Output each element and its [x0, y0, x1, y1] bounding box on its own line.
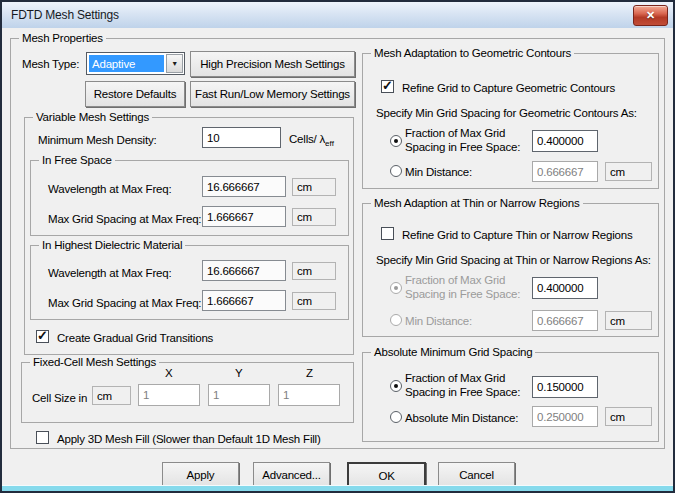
close-icon: ✕	[646, 9, 655, 22]
cancel-button-label: Cancel	[459, 469, 494, 481]
tr-fraction-label-line1: Fraction of Max Grid	[405, 273, 505, 287]
gc-min-distance-label: Min Distance:	[405, 165, 472, 179]
fs-max-grid-spacing-value: 1.666667	[202, 206, 286, 227]
mesh-type-selected-value: Adaptive	[89, 55, 164, 72]
fs-wavelength-label: Wavelength at Max Freq:	[48, 182, 171, 196]
dropdown-button[interactable]: ▼	[166, 54, 183, 73]
fdtd-mesh-settings-dialog: FDTD Mesh Settings ✕ Mesh Properties Mes…	[0, 0, 675, 493]
window-bottom-border	[2, 485, 673, 491]
am-abs-min-distance-label: Absolute Min Distance:	[405, 411, 518, 425]
tr-min-distance-unit: cm	[605, 311, 652, 330]
gc-fraction-radio[interactable]	[390, 135, 402, 147]
am-abs-min-distance-input: 0.250000	[532, 406, 598, 427]
refine-thin-regions-checkbox[interactable]	[381, 227, 394, 240]
di-max-grid-spacing-label: Max Grid Spacing at Max Freq:	[48, 296, 201, 310]
tr-fraction-input[interactable]: 0.400000	[532, 277, 598, 299]
di-wavelength-value: 16.666667	[202, 260, 286, 281]
fs-wavelength-value: 16.666667	[202, 176, 286, 197]
cancel-button[interactable]: Cancel	[438, 462, 515, 487]
checkmark-icon: ✓	[37, 328, 48, 343]
absolute-min-group-label: Absolute Minimum Grid Spacing	[371, 346, 535, 359]
am-fraction-radio[interactable]	[390, 380, 402, 392]
am-fraction-input[interactable]: 0.150000	[532, 376, 598, 398]
gc-fraction-input[interactable]: 0.400000	[532, 130, 598, 152]
cell-size-x-input: 1	[138, 384, 200, 406]
col-z-header: Z	[306, 366, 313, 380]
variable-mesh-settings-group-label: Variable Mesh Settings	[33, 111, 152, 124]
gc-min-distance-input: 0.666667	[532, 161, 598, 182]
gc-specify-label: Specify Min Grid Spacing for Geometric C…	[376, 106, 637, 120]
tr-fraction-label-line2: Spacing in Free Space:	[405, 287, 520, 301]
ok-button-label: OK	[378, 470, 394, 482]
title-bar[interactable]: FDTD Mesh Settings	[2, 2, 673, 28]
apply-3d-mesh-fill-label: Apply 3D Mesh Fill (Slower than Default …	[57, 432, 321, 446]
in-highest-dielectric-group-label: In Highest Dielectric Material	[39, 239, 185, 252]
create-gradual-grid-transitions-checkbox[interactable]: ✓	[36, 330, 49, 343]
mesh-properties-group-label: Mesh Properties	[19, 32, 106, 45]
minimum-mesh-density-input[interactable]: 10	[202, 127, 281, 148]
close-button[interactable]: ✕	[633, 5, 668, 26]
in-free-space-group-label: In Free Space	[39, 154, 115, 167]
col-y-header: Y	[235, 366, 242, 380]
high-precision-mesh-settings-button[interactable]: High Precision Mesh Settings	[190, 51, 355, 77]
gc-fraction-label-line1: Fraction of Max Grid	[405, 126, 505, 140]
cells-per-lambda-prefix: Cells/ λ	[289, 133, 325, 145]
cell-size-unit-field: cm	[92, 386, 131, 405]
fs-max-grid-spacing-unit: cm	[292, 208, 336, 226]
tr-min-distance-label: Min Distance:	[405, 314, 472, 328]
restore-defaults-button-label: Restore Defaults	[94, 88, 176, 100]
fast-run-button-label: Fast Run/Low Memory Settings	[195, 88, 350, 100]
checkmark-icon: ✓	[382, 78, 393, 93]
di-wavelength-unit: cm	[292, 262, 336, 280]
am-abs-min-distance-radio[interactable]	[390, 411, 402, 423]
refine-geometric-contours-checkbox[interactable]: ✓	[381, 80, 394, 93]
tr-fraction-radio	[390, 282, 402, 294]
fs-wavelength-unit: cm	[292, 178, 336, 196]
minimum-mesh-density-label: Minimum Mesh Density:	[38, 133, 157, 147]
refine-thin-regions-label: Refine Grid to Capture Thin or Narrow Re…	[402, 228, 632, 242]
apply-button-label: Apply	[187, 469, 215, 481]
high-precision-button-label: High Precision Mesh Settings	[200, 58, 345, 70]
am-fraction-label-line2: Spacing in Free Space:	[405, 385, 520, 399]
create-gradual-grid-transitions-label: Create Gradual Grid Transitions	[57, 331, 213, 345]
tr-min-distance-input: 0.666667	[532, 310, 598, 331]
cell-size-in-label: Cell Size in	[32, 391, 87, 405]
thin-regions-group-label: Mesh Adaption at Thin or Narrow Regions	[371, 197, 583, 210]
am-abs-min-distance-unit: cm	[605, 407, 652, 426]
tr-min-distance-radio	[390, 314, 402, 326]
apply-button[interactable]: Apply	[162, 462, 239, 487]
gc-fraction-label-line2: Spacing in Free Space:	[405, 140, 520, 154]
di-max-grid-spacing-unit: cm	[292, 292, 336, 310]
tr-specify-label: Specify Min Grid Spacing at Thin or Narr…	[376, 253, 651, 267]
di-wavelength-label: Wavelength at Max Freq:	[48, 266, 171, 280]
chevron-down-icon: ▼	[171, 60, 178, 67]
geometric-contours-group-label: Mesh Adaptation to Geometric Contours	[371, 47, 574, 60]
col-x-header: X	[165, 366, 172, 380]
restore-defaults-button[interactable]: Restore Defaults	[85, 81, 185, 107]
fast-run-low-memory-button[interactable]: Fast Run/Low Memory Settings	[190, 81, 355, 107]
apply-3d-mesh-fill-checkbox[interactable]	[36, 431, 49, 444]
gc-min-distance-radio[interactable]	[390, 165, 402, 177]
fs-max-grid-spacing-label: Max Grid Spacing at Max Freq:	[48, 212, 201, 226]
cells-per-lambda-label: Cells/ λeff	[289, 132, 334, 151]
window-title: FDTD Mesh Settings	[11, 8, 119, 22]
mesh-type-label: Mesh Type:	[22, 57, 79, 71]
di-max-grid-spacing-value: 1.666667	[202, 290, 286, 311]
advanced-button[interactable]: Advanced...	[253, 462, 330, 487]
am-fraction-label-line1: Fraction of Max Grid	[405, 371, 505, 385]
fixed-cell-group-label: Fixed-Cell Mesh Settings	[30, 356, 159, 369]
refine-geometric-contours-label: Refine Grid to Capture Geometric Contour…	[402, 81, 615, 95]
cell-size-y-input: 1	[208, 384, 270, 406]
lambda-subscript: eff	[325, 139, 334, 148]
advanced-button-label: Advanced...	[262, 469, 321, 481]
gc-min-distance-unit: cm	[605, 162, 652, 181]
cell-size-z-input: 1	[278, 384, 340, 406]
mesh-type-dropdown[interactable]: Adaptive ▼	[86, 52, 185, 75]
